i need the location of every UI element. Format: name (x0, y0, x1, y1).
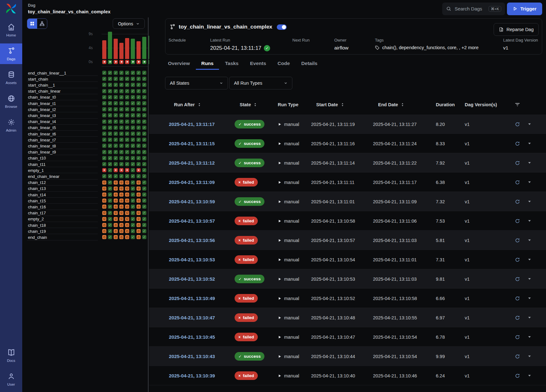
task-instance-square[interactable]: ✓ (108, 132, 112, 136)
duration-bar[interactable] (108, 32, 112, 59)
task-instance-square[interactable]: ✓ (108, 144, 112, 148)
column-header-state[interactable]: State (240, 99, 257, 110)
task-name[interactable]: chain_t18 (28, 223, 46, 227)
task-instance-square[interactable] (119, 223, 123, 227)
run-state-square[interactable] (125, 60, 129, 64)
tab-tasks[interactable]: Tasks (220, 58, 244, 70)
task-instance-square[interactable]: ✓ (108, 229, 112, 233)
task-instance-square[interactable] (119, 205, 123, 209)
task-instance-square[interactable]: ✓ (131, 126, 135, 130)
sort-icon[interactable] (197, 102, 202, 107)
task-instance-square[interactable] (136, 217, 141, 221)
task-instance-square[interactable]: ✓ (114, 150, 118, 154)
run-after-link[interactable]: 2025-04-21, 13:10:53 (169, 250, 215, 269)
row-menu-caret[interactable] (528, 192, 531, 211)
duration-bar[interactable] (142, 37, 146, 59)
task-instance-square[interactable]: ✓ (125, 113, 129, 117)
task-instance-square[interactable]: ✓ (125, 132, 129, 136)
clear-run-button[interactable] (515, 153, 520, 173)
task-instance-square[interactable]: ✓ (108, 95, 112, 99)
tab-code[interactable]: Code (272, 58, 295, 70)
run-state-square[interactable] (114, 60, 118, 64)
task-instance-square[interactable]: ✓ (136, 162, 141, 166)
task-instance-square[interactable] (136, 205, 141, 209)
options-button[interactable]: Options (113, 18, 145, 29)
task-instance-square[interactable]: ✓ (108, 120, 112, 124)
task-instance-square[interactable]: ✓ (125, 71, 129, 75)
task-instance-square[interactable]: ✓ (142, 223, 146, 227)
task-instance-square[interactable]: ✓ (114, 120, 118, 124)
task-instance-square[interactable]: ✓ (119, 71, 123, 75)
task-instance-square[interactable]: ✓ (119, 138, 123, 142)
task-instance-square[interactable]: ✓ (131, 120, 135, 124)
tab-events[interactable]: Events (245, 58, 272, 70)
task-instance-square[interactable] (125, 217, 129, 221)
task-instance-square[interactable]: ✓ (131, 71, 135, 75)
task-instance-square[interactable]: ✓ (119, 132, 123, 136)
task-instance-square[interactable]: ✓ (119, 120, 123, 124)
task-instance-square[interactable]: ✓ (131, 180, 135, 185)
sort-icon[interactable] (340, 102, 345, 107)
run-state-square[interactable] (131, 60, 135, 64)
task-instance-square[interactable]: ✓ (102, 113, 106, 117)
task-instance-square[interactable] (102, 180, 106, 185)
task-instance-square[interactable]: ✓ (136, 89, 141, 93)
airflow-logo[interactable] (5, 3, 17, 15)
task-instance-square[interactable]: ✓ (142, 211, 146, 215)
task-instance-square[interactable]: ✓ (136, 174, 141, 178)
task-instance-square[interactable]: ✓ (108, 235, 112, 239)
task-instance-square[interactable] (119, 199, 123, 203)
clear-run-button[interactable] (515, 231, 520, 250)
task-instance-square[interactable]: ✓ (136, 113, 141, 117)
task-instance-square[interactable]: ✓ (142, 71, 146, 75)
task-instance-square[interactable] (102, 211, 106, 215)
run-type-filter-select[interactable]: All Run Types (229, 77, 292, 89)
task-instance-square[interactable]: ✓ (125, 150, 129, 154)
run-after-link[interactable]: 2025-04-21, 13:10:49 (169, 289, 215, 308)
task-instance-square[interactable] (119, 193, 123, 197)
task-instance-square[interactable]: ✓ (114, 107, 118, 111)
task-instance-square[interactable]: × (119, 168, 123, 172)
task-instance-square[interactable] (136, 211, 141, 215)
row-menu-caret[interactable] (528, 173, 531, 192)
tab-details[interactable]: Details (296, 58, 323, 70)
task-name[interactable]: end_chain_linear (28, 174, 59, 179)
tab-overview[interactable]: Overview (163, 58, 195, 70)
task-instance-square[interactable]: ✓ (131, 199, 135, 203)
task-instance-square[interactable]: ✓ (108, 107, 112, 111)
row-menu-caret[interactable] (528, 269, 531, 289)
task-instance-square[interactable] (136, 193, 141, 197)
search-dags-input[interactable]: Search Dags ⌘+K (442, 3, 505, 15)
task-instance-square[interactable]: ✓ (136, 156, 141, 160)
task-instance-square[interactable]: ✓ (108, 180, 112, 185)
task-instance-square[interactable] (114, 217, 118, 221)
task-instance-square[interactable]: ✓ (102, 126, 106, 130)
run-after-link[interactable]: 2025-04-21, 13:10:39 (169, 366, 215, 385)
duration-bar[interactable] (136, 41, 141, 59)
reparse-dag-button[interactable]: Reparse Dag (494, 23, 539, 36)
task-name[interactable]: chain_t15 (28, 198, 46, 203)
column-header-end-date[interactable]: End Date (378, 99, 405, 110)
task-instance-square[interactable]: ✓ (108, 199, 112, 203)
task-instance-square[interactable]: ✓ (102, 156, 106, 160)
task-instance-square[interactable]: ✓ (131, 144, 135, 148)
task-instance-square[interactable]: × (136, 168, 141, 172)
run-state-square[interactable] (142, 60, 146, 64)
task-instance-square[interactable] (114, 211, 118, 215)
task-instance-square[interactable] (114, 199, 118, 203)
task-instance-square[interactable]: ✓ (131, 217, 135, 221)
task-instance-square[interactable]: ✓ (108, 168, 112, 172)
task-instance-square[interactable]: ✓ (102, 71, 106, 75)
task-instance-square[interactable]: ✓ (119, 89, 123, 93)
tags-value[interactable]: chain(), dependency_functions, core, , +… (382, 45, 478, 50)
task-instance-square[interactable] (136, 229, 141, 233)
task-instance-square[interactable] (125, 180, 129, 185)
task-instance-square[interactable]: ✓ (102, 138, 106, 142)
task-instance-square[interactable]: ✓ (108, 156, 112, 160)
task-instance-square[interactable]: ✓ (136, 126, 141, 130)
task-instance-square[interactable]: ✓ (131, 223, 135, 227)
dag-pause-toggle[interactable] (277, 24, 287, 30)
task-instance-square[interactable]: ✓ (142, 235, 146, 239)
task-instance-square[interactable] (136, 180, 141, 185)
row-menu-caret[interactable] (528, 114, 531, 134)
